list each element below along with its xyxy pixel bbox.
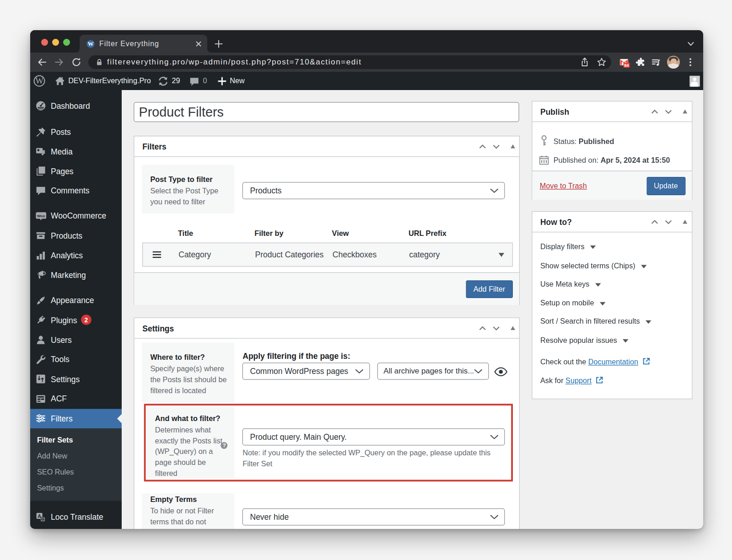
svg-text:Woo: Woo [37, 214, 45, 218]
svg-text:W: W [88, 41, 94, 47]
svg-text:84: 84 [624, 63, 629, 68]
svg-text:W: W [35, 76, 43, 85]
svg-text:文: 文 [41, 517, 44, 521]
